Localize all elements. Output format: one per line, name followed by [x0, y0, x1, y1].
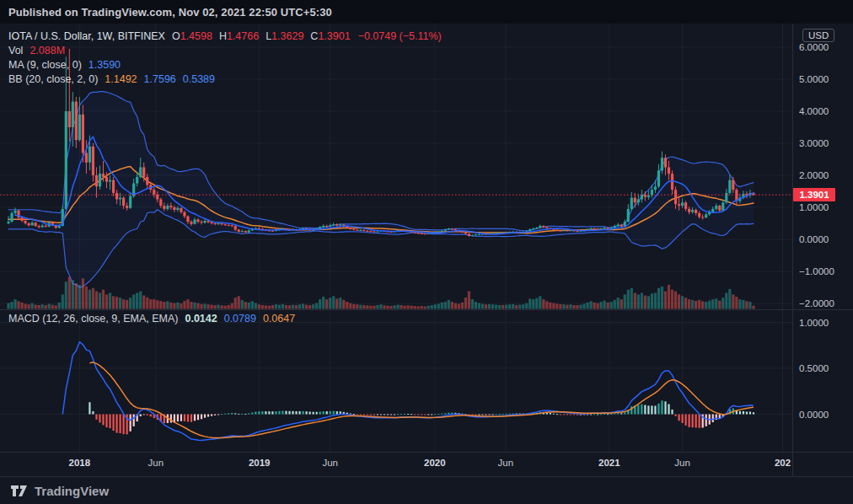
published-text: Published on TradingView.com, Nov 02, 20…: [8, 6, 332, 19]
ohlc-low-value: 1.3629: [271, 30, 303, 42]
published-banner: Published on TradingView.com, Nov 02, 20…: [0, 0, 853, 24]
price-tick-label: 1.0000: [799, 202, 829, 212]
price-tick-label: −1.0000: [799, 266, 834, 276]
tradingview-snapshot: Published on TradingView.com, Nov 02, 20…: [0, 0, 853, 504]
bb-lower-value: 0.5389: [183, 73, 215, 85]
price-tick-label: 4.0000: [799, 106, 829, 116]
ma-value: 1.3590: [89, 59, 121, 71]
volume-legend: Vol2.088M: [8, 45, 65, 56]
macd-label: MACD (12, 26, close, 9, EMA, EMA): [8, 313, 178, 324]
price-axis-unit-badge[interactable]: USD: [802, 29, 834, 42]
macd-tick-label: 0.0000: [799, 410, 829, 420]
time-tick-label: Jun: [148, 458, 164, 468]
bb-label: BB (20, close, 2, 0): [8, 73, 98, 85]
price-tick-label: −2.0000: [799, 298, 834, 308]
time-tick-label: Jun: [322, 458, 338, 468]
bb-legend: BB (20, close, 2, 0)1.14921.75960.5389: [8, 73, 215, 85]
price-tick-label: 2.0000: [799, 170, 829, 180]
symbol-title: IOTA / U.S. Dollar, 1W, BITFINEX: [8, 30, 165, 42]
ohlc-open-label: O: [172, 30, 180, 42]
time-tick-label: Jun: [498, 458, 514, 468]
ohlc-high-label: H: [219, 30, 227, 42]
ohlc-open-value: 1.4598: [180, 30, 212, 42]
macd-legend: MACD (12, 26, close, 9, EMA, EMA)0.01420…: [8, 313, 295, 324]
price-tick-label: 3.0000: [799, 138, 829, 148]
macd-hist-value: 0.0142: [185, 313, 217, 324]
ma-legend: MA (9, close, 0)1.3590: [8, 59, 121, 71]
macd-line-value: 0.0789: [224, 313, 256, 324]
macd-tick-label: 0.5000: [799, 363, 829, 373]
time-tick-label: 202: [775, 458, 791, 468]
symbol-legend: IOTA / U.S. Dollar, 1W, BITFINEXO1.4598H…: [8, 30, 442, 42]
volume-value: 2.088M: [30, 45, 65, 56]
ma-label: MA (9, close, 0): [8, 59, 82, 71]
price-tick-label: 5.0000: [799, 74, 829, 84]
ohlc-high-value: 1.4766: [227, 30, 259, 42]
price-tick-label: 0.0000: [799, 234, 829, 244]
time-tick-label: 2020: [424, 458, 446, 468]
bb-basis-value: 1.1492: [105, 73, 137, 85]
volume-label: Vol: [8, 45, 23, 56]
ohlc-close-value: 1.3901: [318, 30, 350, 42]
bb-upper-value: 1.7596: [144, 73, 176, 85]
footer-bar: TradingView: [0, 476, 853, 504]
macd-tick-label: 1.0000: [799, 318, 829, 328]
last-price-tag: 1.3901: [793, 188, 835, 201]
time-tick-label: 2019: [249, 458, 271, 468]
macd-signal-value: 0.0647: [263, 313, 295, 324]
time-tick-label: 2018: [69, 458, 91, 468]
change-value: −0.0749 (−5.11%): [358, 30, 442, 42]
footer-brand-link[interactable]: TradingView: [35, 484, 109, 498]
tradingview-logo-icon[interactable]: [10, 485, 29, 497]
time-tick-label: 2021: [598, 458, 620, 468]
time-tick-label: Jun: [674, 458, 690, 468]
price-tick-label: 6.0000: [799, 42, 829, 52]
